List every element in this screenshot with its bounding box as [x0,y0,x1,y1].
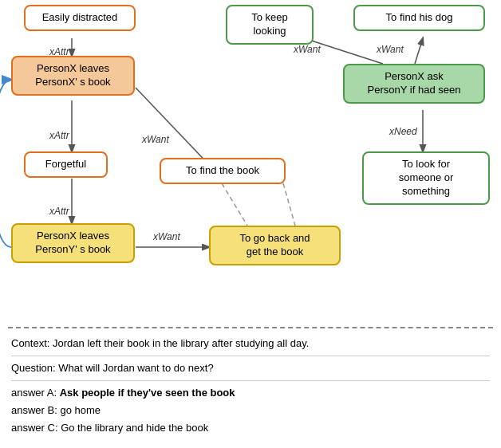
node-to-find-his-dog-label: To find his dog [386,11,453,23]
node-to-find-the-book: To find the book [160,158,286,184]
edge-label-xneed: xNeed [389,126,417,137]
answer-c-line: answer C: Go the library and hide the bo… [11,419,490,437]
svg-line-8 [415,38,423,64]
node-to-look-for-label: To look forsomeone orsomething [399,158,454,197]
context-text: Context: Jordan left their book in the l… [11,337,309,349]
node-personx-ask-label: PersonX askPersonY if had seen [368,70,461,96]
node-forgetful-label: Forgetful [45,158,86,170]
node-personx-leaves-book: PersonX leavesPersonX' s book [11,56,135,96]
edge-label-xwant-1: xWant [142,134,169,145]
node-personx-leaves-book-label: PersonX leavesPersonX' s book [35,62,110,88]
answer-b-line: answer B: go home [11,402,490,419]
node-to-keep-looking: To keeplooking [226,5,314,45]
answer-a-label: answer A: [11,387,60,399]
edge-label-xattr-3: xAttr [49,206,69,217]
edge-label-xwant-4: xWant [377,44,404,55]
edge-label-xattr-2: xAttr [49,130,69,141]
node-personx-leaves-y-book-label: PersonX leavesPersonY' s book [35,230,110,255]
question-line: Question: What will Jordan want to do ne… [11,360,490,381]
bottom-section: Context: Jordan left their book in the l… [0,328,501,443]
svg-line-5 [222,183,247,226]
node-to-go-back-label: To go back andget the book [239,232,310,257]
node-to-go-back: To go back andget the book [209,226,341,265]
node-personx-leaves-y-book: PersonX leavesPersonY' s book [11,223,135,263]
edge-label-xattr-1: xAttr [49,46,69,57]
node-forgetful: Forgetful [24,151,108,178]
question-text: Question: What will Jordan want to do ne… [11,362,214,374]
node-to-look-for: To look forsomeone orsomething [362,151,490,205]
diagram-area: Easily distracted PersonX leavesPersonX'… [0,0,501,327]
node-to-find-the-book-label: To find the book [186,164,259,176]
edge-label-xwant-2: xWant [153,231,180,242]
answer-a-text: Ask people if they've seen the book [60,387,235,399]
node-to-find-his-dog: To find his dog [353,5,485,31]
node-easily-distracted: Easily distracted [24,5,136,31]
node-to-keep-looking-label: To keeplooking [251,11,288,37]
svg-line-6 [283,183,295,226]
edge-label-xwant-3: xWant [294,44,321,55]
node-personx-ask: PersonX askPersonY if had seen [343,64,485,104]
answer-a-line: answer A: Ask people if they've seen the… [11,384,490,402]
node-easily-distracted-label: Easily distracted [42,11,118,23]
context-line: Context: Jordan left their book in the l… [11,335,490,356]
